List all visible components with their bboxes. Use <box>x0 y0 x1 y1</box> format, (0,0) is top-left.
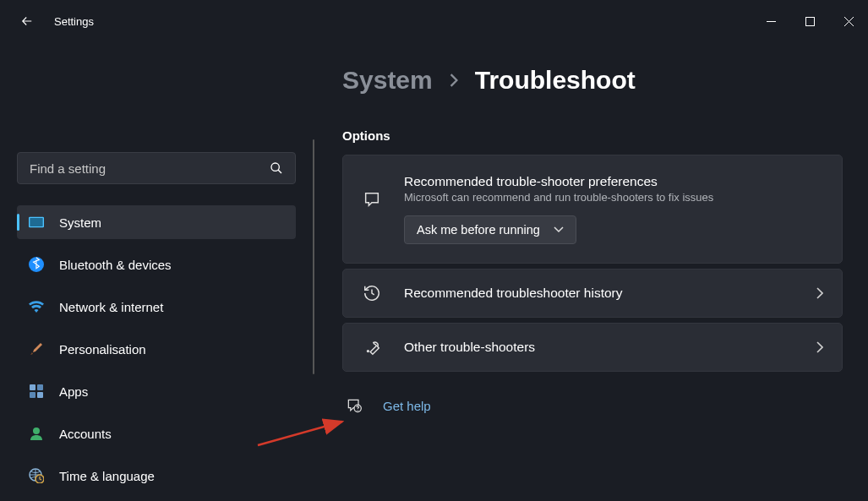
card-title: Other trouble-shooters <box>404 340 794 355</box>
card-title: Recommended trouble-shooter preferences <box>404 174 823 189</box>
svg-rect-1 <box>805 17 814 25</box>
svg-line-5 <box>278 170 281 173</box>
minimize-button[interactable] <box>751 4 790 38</box>
apps-icon <box>29 384 44 399</box>
sidebar-item-time-language[interactable]: Time & language <box>17 459 296 493</box>
chevron-right-icon <box>816 341 823 353</box>
card-recommended-preferences: Recommended trouble-shooter preferences … <box>342 155 843 264</box>
help-icon <box>346 397 363 414</box>
sidebar-item-accounts[interactable]: Accounts <box>17 417 296 450</box>
card-troubleshooter-history[interactable]: Recommended troubleshooter history <box>342 269 843 318</box>
search-input[interactable] <box>30 161 270 176</box>
system-icon <box>29 215 44 230</box>
breadcrumb: System Troubleshoot <box>342 66 843 95</box>
svg-point-4 <box>271 163 279 171</box>
paintbrush-icon <box>29 341 44 357</box>
sidebar-item-label: System <box>59 215 101 230</box>
search-box[interactable] <box>17 152 296 184</box>
dropdown-value: Ask me before running <box>417 223 540 237</box>
scroll-indicator[interactable] <box>313 139 314 374</box>
section-title-options: Options <box>342 128 843 143</box>
sidebar-item-network[interactable]: Network & internet <box>17 290 296 324</box>
sidebar-item-personalisation[interactable]: Personalisation <box>17 332 296 366</box>
chevron-down-icon <box>554 226 564 233</box>
card-subtitle: Microsoft can recommend and run trouble-… <box>404 191 823 204</box>
globe-clock-icon <box>29 468 44 483</box>
svg-point-13 <box>33 427 40 434</box>
back-button[interactable] <box>17 11 37 31</box>
titlebar: Settings <box>0 0 868 42</box>
sidebar-item-system[interactable]: System <box>17 205 296 239</box>
card-other-troubleshooters[interactable]: Other trouble-shooters <box>342 323 843 372</box>
person-icon <box>29 426 44 441</box>
maximize-button[interactable] <box>790 4 829 38</box>
svg-rect-7 <box>30 218 42 226</box>
sidebar-item-label: Apps <box>59 384 88 399</box>
svg-rect-12 <box>37 392 43 398</box>
breadcrumb-parent[interactable]: System <box>342 66 433 95</box>
window-title: Settings <box>54 15 94 28</box>
sidebar-item-apps[interactable]: Apps <box>17 374 296 408</box>
svg-point-16 <box>368 351 369 352</box>
search-icon <box>270 161 283 175</box>
close-button[interactable] <box>829 4 868 38</box>
card-title: Recommended troubleshooter history <box>404 286 794 301</box>
history-icon <box>362 283 382 303</box>
sidebar-item-label: Bluetooth & devices <box>59 258 172 272</box>
svg-rect-11 <box>30 392 35 398</box>
content-area: System Troubleshoot Options Recommended … <box>313 42 868 501</box>
sidebar: System Bluetooth & devices Network & int… <box>0 42 313 501</box>
breadcrumb-current: Troubleshoot <box>475 66 636 95</box>
get-help-link[interactable]: Get help <box>383 399 431 413</box>
chevron-right-icon <box>450 74 458 87</box>
svg-point-18 <box>358 410 358 411</box>
wrench-icon <box>362 337 382 357</box>
preferences-dropdown[interactable]: Ask me before running <box>404 215 576 244</box>
sidebar-item-label: Accounts <box>59 427 112 441</box>
wifi-icon <box>29 299 44 314</box>
get-help-row[interactable]: Get help <box>342 397 843 414</box>
sidebar-item-bluetooth[interactable]: Bluetooth & devices <box>17 248 296 281</box>
chat-icon <box>362 189 382 210</box>
svg-rect-10 <box>37 384 43 390</box>
sidebar-item-label: Time & language <box>59 469 155 483</box>
svg-rect-9 <box>30 384 35 390</box>
sidebar-item-label: Network & internet <box>59 300 163 314</box>
sidebar-item-label: Personalisation <box>59 342 146 357</box>
chevron-right-icon <box>816 287 823 299</box>
bluetooth-icon <box>29 257 44 272</box>
